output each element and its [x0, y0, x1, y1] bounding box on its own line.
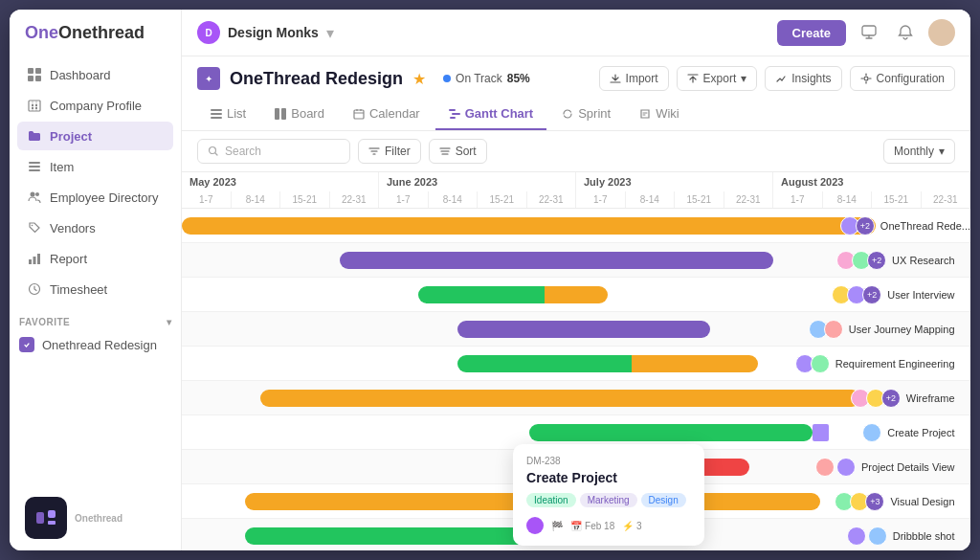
tag-ideation: Ideation [526, 493, 576, 507]
tab-gantt[interactable]: Gantt Chart [435, 99, 547, 130]
configuration-button[interactable]: Configuration [850, 66, 955, 91]
user-avatar[interactable] [928, 19, 955, 46]
sidebar-item-report[interactable]: Report [17, 244, 173, 273]
svg-rect-11 [29, 169, 40, 171]
star-icon[interactable]: ★ [412, 70, 426, 88]
row-label-wireframe: +2 Wireframe [851, 389, 955, 408]
svg-rect-17 [37, 254, 40, 264]
bar-req-eng-green[interactable] [457, 355, 631, 372]
timeline-header: May 2023 June 2023 July 2023 August 2023… [182, 172, 970, 209]
tab-board[interactable]: Board [261, 99, 338, 130]
svg-rect-25 [211, 109, 222, 111]
tab-sprint[interactable]: Sprint [548, 99, 624, 130]
tooltip-task-id: DM-238 [526, 456, 691, 466]
row-task-label: Create Project [887, 427, 954, 438]
filter-button[interactable]: Filter [358, 139, 421, 164]
sidebar-item-employee[interactable]: Employee Directory [17, 183, 173, 212]
sidebar-item-dashboard[interactable]: Dashboard [17, 60, 173, 89]
tooltip-flag-icon: 🏁 [551, 521, 563, 531]
sidebar-logo-box [25, 497, 67, 539]
sidebar-item-vendors[interactable]: Vendors [17, 213, 173, 242]
svg-rect-1 [35, 68, 41, 74]
svg-rect-29 [281, 108, 286, 120]
svg-rect-30 [354, 110, 364, 119]
bar-user-interview-yellow[interactable] [545, 286, 608, 303]
row-task-label: Wireframe [906, 392, 955, 404]
avatar [811, 354, 830, 373]
progress-percent: 85% [507, 72, 530, 85]
bar-onethread[interactable] [182, 217, 876, 235]
sidebar-item-vendors-label: Vendors [50, 221, 96, 235]
row-task-label: User Journey Mapping [849, 324, 955, 335]
bar-user-journey[interactable] [457, 321, 710, 338]
bar-user-interview-green[interactable] [418, 286, 545, 303]
period-select[interactable]: Monthly ▾ [883, 139, 955, 164]
period-chevron: ▾ [939, 145, 945, 158]
tab-calendar[interactable]: Calendar [340, 99, 434, 130]
row-task-label: Visual Design [890, 496, 954, 507]
avatar-count: +3 [865, 492, 884, 511]
svg-rect-26 [211, 113, 222, 115]
bell-icon[interactable] [892, 19, 919, 46]
svg-rect-23 [862, 26, 876, 35]
tab-wiki[interactable]: Wiki [626, 99, 693, 130]
sidebar-item-report-label: Report [50, 252, 87, 266]
sidebar-item-employee-label: Employee Directory [50, 190, 158, 205]
row-label-details: Project Details View [815, 458, 955, 477]
svg-rect-2 [28, 76, 33, 81]
sort-button[interactable]: Sort [429, 139, 487, 164]
row-label-dribbble: Dribbble shot [847, 526, 955, 546]
svg-rect-15 [29, 259, 32, 264]
bar-ux-research[interactable] [340, 252, 773, 269]
import-button[interactable]: Import [599, 66, 669, 91]
svg-rect-16 [33, 257, 36, 264]
search-box[interactable]: Search [197, 139, 350, 164]
workspace-dropdown-icon[interactable]: ▾ [326, 24, 334, 42]
bar-req-eng-yellow[interactable] [632, 355, 758, 372]
topbar-right: Create [777, 19, 955, 46]
table-row: +2 UX Research [182, 243, 970, 278]
insights-button[interactable]: Insights [765, 66, 841, 91]
on-track-label: On Track [456, 72, 502, 85]
workspace-name: Design Monks [228, 25, 319, 40]
svg-point-14 [32, 225, 33, 227]
row-label-interview: +2 User Interview [832, 285, 954, 304]
bar-wireframe[interactable] [260, 390, 859, 407]
avatar [868, 526, 887, 546]
sidebar-favorite-item[interactable]: Onethread Redesign [10, 331, 181, 358]
project-actions: Import Export ▾ Insights [599, 66, 955, 91]
workspace-avatar: D [197, 21, 220, 44]
favorite-collapse-icon[interactable]: ▾ [167, 317, 172, 327]
month-jun: June 2023 [379, 172, 576, 191]
tab-list[interactable]: List [197, 99, 259, 130]
row-task-label: Project Details View [861, 461, 955, 473]
export-button[interactable]: Export ▾ [677, 66, 758, 91]
avatar-stack: +3 [835, 492, 884, 511]
monitor-icon[interactable] [856, 19, 882, 46]
export-chevron: ▾ [741, 72, 746, 85]
month-row: May 2023 June 2023 July 2023 August 2023 [182, 172, 970, 191]
sidebar-item-item[interactable]: Item [17, 152, 173, 181]
bar-create-project[interactable] [529, 424, 813, 441]
avatar-count: +2 [862, 285, 881, 304]
table-row: +2 OneThread Rede... [182, 209, 970, 243]
gantt-chart[interactable]: May 2023 June 2023 July 2023 August 2023… [182, 172, 970, 550]
avatar-stack: +2 [851, 389, 901, 408]
row-label-ux: +2 UX Research [836, 251, 954, 270]
create-button[interactable]: Create [777, 20, 846, 46]
svg-rect-3 [35, 76, 41, 81]
sidebar-item-profile[interactable]: Company Profile [17, 91, 173, 120]
svg-rect-32 [452, 113, 460, 115]
row-task-label: Dribbble shot [893, 530, 955, 542]
chart-icon [27, 251, 42, 266]
sidebar-item-project[interactable]: Project [17, 122, 173, 150]
sidebar-bottom: Onethread [10, 485, 181, 550]
table-row: User Journey Mapping [182, 312, 970, 347]
avatar-count: +2 [867, 251, 886, 270]
favorite-section-label: FAVORITE ▾ [10, 309, 181, 331]
building-icon [27, 98, 42, 113]
tooltip-card: DM-238 Create Project Ideation Marketing… [513, 444, 704, 546]
table-row: Create Project DM-238 Create Project Ide… [182, 415, 970, 450]
svg-rect-31 [449, 109, 456, 111]
sidebar-item-timesheet[interactable]: Timesheet [17, 275, 173, 303]
